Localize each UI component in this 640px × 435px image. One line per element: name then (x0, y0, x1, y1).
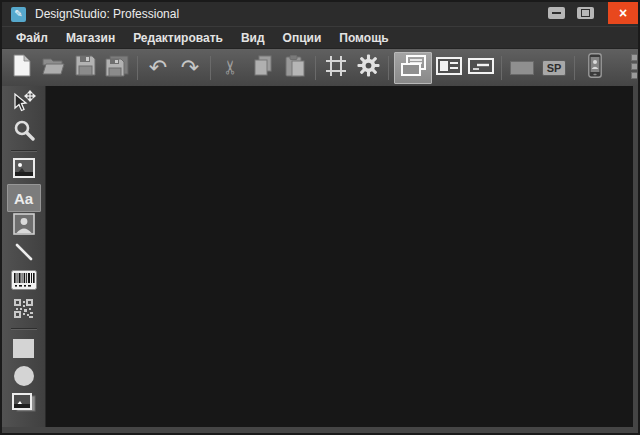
menu-options[interactable]: Опции (274, 31, 331, 45)
ellipse-icon (14, 366, 34, 386)
menubar: Файл Магазин Редактировать Вид Опции Пом… (2, 26, 638, 48)
close-button[interactable]: × (608, 2, 638, 24)
sp-template-icon: SP (542, 60, 567, 76)
blank-template-icon (510, 61, 534, 75)
toolbar: ↶ ↷ ✂ (2, 48, 638, 86)
gear-icon (357, 54, 380, 81)
open-button[interactable] (38, 53, 68, 83)
settings-button[interactable] (353, 53, 383, 83)
layout-name-card-icon (468, 58, 494, 78)
portrait-icon (13, 213, 35, 239)
layout-name-card-button[interactable] (466, 53, 496, 83)
phone-preview-icon (588, 53, 602, 82)
layout-id-card-button[interactable] (434, 53, 464, 83)
rectangle-tool[interactable] (7, 334, 41, 362)
sp-template-button[interactable]: SP (539, 53, 569, 83)
menu-store[interactable]: Магазин (57, 31, 124, 45)
qr-code-icon (14, 299, 33, 322)
new-document-icon (12, 54, 31, 81)
image-tool[interactable] (7, 156, 41, 184)
new-document-button[interactable] (6, 53, 36, 83)
layout-pages-button[interactable] (394, 52, 432, 84)
menu-file[interactable]: Файл (7, 31, 57, 45)
palette-separator (11, 150, 37, 152)
grid-artboard-icon (325, 55, 347, 81)
blank-template-button[interactable] (507, 53, 537, 83)
palette-separator (11, 328, 37, 330)
menu-help[interactable]: Помощь (330, 31, 397, 45)
toolbar-separator (388, 56, 389, 80)
open-folder-icon (41, 56, 65, 80)
photo-frame-icon (11, 392, 36, 417)
clipped-toolbar-button[interactable] (631, 54, 637, 82)
rectangle-icon (13, 339, 34, 358)
layout-id-card-icon (436, 57, 462, 79)
line-tool[interactable] (7, 240, 41, 268)
magnifier-icon (13, 119, 35, 145)
paste-button[interactable] (280, 53, 310, 83)
design-canvas[interactable] (46, 86, 633, 427)
toolbar-separator (501, 56, 502, 80)
titlebar: ✎ DesignStudio: Professional × (2, 2, 638, 26)
qr-code-tool[interactable] (7, 296, 41, 324)
toolbar-separator (210, 56, 211, 80)
barcode-tool[interactable] (7, 268, 41, 296)
toolbar-separator (315, 56, 316, 80)
zoom-tool[interactable] (7, 118, 41, 146)
line-icon (13, 241, 35, 267)
text-tool-label: Aa (14, 190, 33, 207)
cut-icon: ✂ (221, 60, 240, 76)
save-button[interactable] (70, 53, 100, 83)
save-as-icon (105, 55, 129, 81)
paste-icon (285, 55, 305, 81)
text-tool[interactable]: Aa (7, 184, 41, 212)
image-icon (12, 157, 36, 183)
barcode-icon (11, 270, 37, 294)
undo-icon: ↶ (149, 57, 167, 79)
copy-icon (253, 55, 273, 81)
window-title: DesignStudio: Professional (35, 7, 179, 21)
menu-edit[interactable]: Редактировать (124, 31, 232, 45)
app-logo-icon: ✎ (11, 7, 26, 22)
window-frame-bottom (2, 427, 638, 433)
redo-icon: ↷ (181, 57, 199, 79)
redo-button[interactable]: ↷ (175, 53, 205, 83)
save-icon (75, 55, 96, 80)
maximize-button[interactable] (577, 7, 594, 19)
phone-preview-button[interactable] (580, 53, 610, 83)
minimize-button[interactable] (548, 7, 565, 19)
save-as-button[interactable] (102, 53, 132, 83)
move-cursor-icon (11, 90, 36, 119)
toolbar-separator (137, 56, 138, 80)
undo-button[interactable]: ↶ (143, 53, 173, 83)
app-window: ✎ DesignStudio: Professional × Файл Мага… (0, 0, 640, 435)
ellipse-tool[interactable] (7, 362, 41, 390)
window-frame-right (633, 86, 638, 427)
workspace: Aa (2, 86, 638, 427)
cut-button[interactable]: ✂ (216, 53, 246, 83)
menu-view[interactable]: Вид (232, 31, 274, 45)
photo-frame-tool[interactable] (7, 390, 41, 418)
tool-palette: Aa (2, 86, 46, 427)
window-controls: × (542, 2, 638, 26)
move-tool[interactable] (7, 90, 41, 118)
toolbar-separator (574, 56, 575, 80)
grid-button[interactable] (321, 53, 351, 83)
copy-button[interactable] (248, 53, 278, 83)
layout-pages-icon (400, 55, 426, 81)
portrait-tool[interactable] (7, 212, 41, 240)
